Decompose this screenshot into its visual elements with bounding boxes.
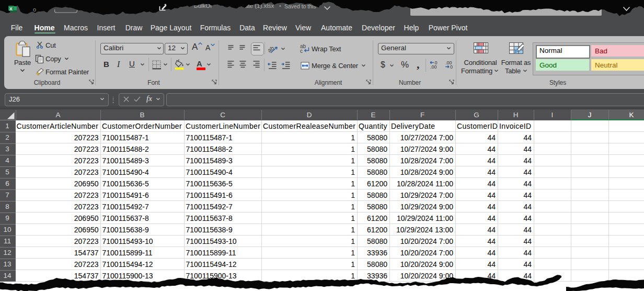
svg-text:0: 0 (450, 64, 453, 69)
svg-text:X: X (9, 6, 13, 12)
svg-text:c: c (300, 48, 303, 53)
svg-text:.00: .00 (430, 64, 437, 69)
